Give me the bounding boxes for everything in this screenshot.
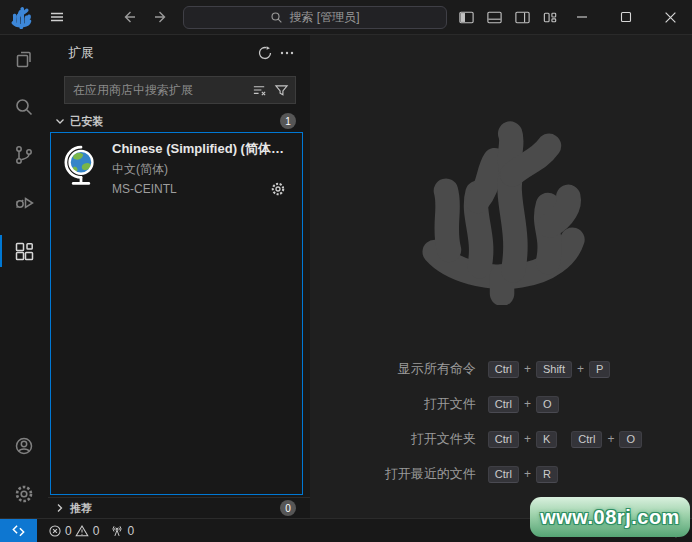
command-center-label: 搜索 [管理员] bbox=[289, 9, 359, 26]
shortcut-list: 显示所有命令Ctrl+Shift+P打开文件Ctrl+O打开文件夹Ctrl+KC… bbox=[385, 359, 642, 484]
problems-status[interactable]: 0 0 bbox=[47, 523, 99, 538]
plus-separator: + bbox=[524, 397, 531, 411]
extensions-sidebar: 扩展 已安装 1 bbox=[48, 35, 310, 518]
extensions-icon bbox=[12, 239, 36, 263]
activity-extensions[interactable] bbox=[0, 227, 48, 275]
editor-area: 显示所有命令Ctrl+Shift+P打开文件Ctrl+O打开文件夹Ctrl+KC… bbox=[310, 35, 692, 518]
extension-search-input[interactable] bbox=[67, 83, 246, 97]
key-cap: Ctrl bbox=[488, 431, 519, 448]
maximize-button[interactable] bbox=[604, 0, 648, 34]
ports-count: 0 bbox=[127, 524, 134, 538]
refresh-button[interactable] bbox=[254, 42, 276, 64]
gear-icon[interactable] bbox=[270, 181, 286, 197]
shortcut-keys: Ctrl+Shift+P bbox=[488, 359, 611, 379]
key-cap: O bbox=[536, 396, 559, 413]
customize-layout-icon[interactable] bbox=[542, 9, 559, 26]
shortcut-keys: Ctrl+R bbox=[488, 464, 558, 484]
activity-accounts[interactable] bbox=[0, 422, 48, 470]
back-button[interactable] bbox=[119, 7, 139, 27]
title-bar: 搜索 [管理员] bbox=[0, 0, 692, 35]
activity-bar bbox=[0, 35, 48, 518]
shortcut-keys: Ctrl+KCtrl+O bbox=[488, 429, 642, 449]
more-actions-icon bbox=[279, 45, 295, 61]
shortcut-label: 打开最近的文件 bbox=[385, 465, 476, 483]
extension-description: 中文(简体) bbox=[112, 161, 298, 178]
key-cap: R bbox=[536, 466, 558, 483]
chevron-right-icon bbox=[52, 500, 68, 516]
warning-icon bbox=[75, 523, 90, 538]
plus-separator: + bbox=[577, 362, 584, 376]
layout-secondary-sidebar-icon[interactable] bbox=[514, 9, 531, 26]
coral-watermark-icon bbox=[392, 101, 608, 305]
installed-section-header[interactable]: 已安装 1 bbox=[48, 110, 310, 132]
filter-icon[interactable] bbox=[272, 81, 290, 99]
close-button[interactable] bbox=[648, 0, 692, 34]
sidebar-title: 扩展 bbox=[68, 44, 254, 62]
key-cap: K bbox=[536, 431, 557, 448]
key-cap: Shift bbox=[536, 361, 572, 378]
extension-list[interactable]: Chinese (Simplified) (简体… 中文(简体) MS-CEIN… bbox=[50, 132, 303, 495]
extension-row[interactable]: Chinese (Simplified) (简体… 中文(简体) MS-CEIN… bbox=[51, 133, 302, 197]
command-center-search[interactable]: 搜索 [管理员] bbox=[183, 6, 447, 29]
installed-label: 已安装 bbox=[70, 114, 280, 129]
key-cap: P bbox=[589, 361, 610, 378]
warning-count: 0 bbox=[93, 524, 100, 538]
accounts-icon bbox=[12, 434, 36, 458]
key-cap: Ctrl bbox=[488, 466, 519, 483]
activity-search[interactable] bbox=[0, 83, 48, 131]
chevron-down-icon bbox=[52, 113, 68, 129]
gear-icon bbox=[12, 482, 36, 506]
plus-separator: + bbox=[524, 432, 531, 446]
extension-search-box bbox=[64, 76, 296, 104]
ports-status[interactable]: 0 bbox=[109, 523, 134, 538]
extension-meta: Chinese (Simplified) (简体… 中文(简体) MS-CEIN… bbox=[112, 140, 298, 197]
globe-icon bbox=[59, 142, 103, 190]
forward-button[interactable] bbox=[151, 7, 171, 27]
search-icon bbox=[270, 11, 283, 24]
site-watermark-text: www.08rj.com bbox=[540, 506, 680, 529]
site-watermark: www.08rj.com bbox=[530, 497, 690, 537]
more-actions-button[interactable] bbox=[276, 42, 298, 64]
plus-separator: + bbox=[524, 362, 531, 376]
key-cap: Ctrl bbox=[488, 361, 519, 378]
key-cap: Ctrl bbox=[571, 431, 602, 448]
recommended-count-badge: 0 bbox=[280, 500, 296, 516]
menu-icon[interactable] bbox=[47, 7, 67, 27]
extension-publisher: MS-CEINTL bbox=[112, 182, 270, 196]
extension-name: Chinese (Simplified) (简体… bbox=[112, 140, 298, 158]
installed-count-badge: 1 bbox=[280, 113, 296, 129]
shortcut-label: 打开文件夹 bbox=[411, 430, 476, 448]
minimize-button[interactable] bbox=[560, 0, 604, 34]
debug-icon bbox=[12, 191, 36, 215]
error-icon bbox=[47, 523, 62, 538]
plus-separator: + bbox=[524, 467, 531, 481]
shortcut-label: 打开文件 bbox=[424, 395, 476, 413]
clear-search-icon[interactable] bbox=[250, 81, 268, 99]
refresh-icon bbox=[257, 45, 273, 61]
source-control-icon bbox=[12, 143, 36, 167]
remote-icon bbox=[11, 523, 26, 538]
activity-explorer[interactable] bbox=[0, 35, 48, 83]
key-cap: Ctrl bbox=[488, 396, 519, 413]
key-cap: O bbox=[619, 431, 642, 448]
layout-controls bbox=[458, 9, 559, 26]
explorer-icon bbox=[12, 47, 36, 71]
sidebar-header: 扩展 bbox=[48, 35, 310, 70]
plus-separator: + bbox=[607, 432, 614, 446]
ports-icon bbox=[109, 523, 124, 538]
shortcut-label: 显示所有命令 bbox=[398, 360, 476, 378]
activity-run-debug[interactable] bbox=[0, 179, 48, 227]
search-icon bbox=[12, 95, 36, 119]
recommended-label: 推荐 bbox=[70, 501, 280, 516]
layout-sidebar-icon[interactable] bbox=[458, 9, 475, 26]
remote-indicator[interactable] bbox=[0, 519, 37, 542]
shortcut-keys: Ctrl+O bbox=[488, 394, 559, 414]
app-logo-icon bbox=[9, 5, 33, 29]
layout-panel-icon[interactable] bbox=[486, 9, 503, 26]
error-count: 0 bbox=[65, 524, 72, 538]
activity-source-control[interactable] bbox=[0, 131, 48, 179]
recommended-section-header[interactable]: 推荐 0 bbox=[48, 497, 310, 518]
activity-settings[interactable] bbox=[0, 470, 48, 518]
